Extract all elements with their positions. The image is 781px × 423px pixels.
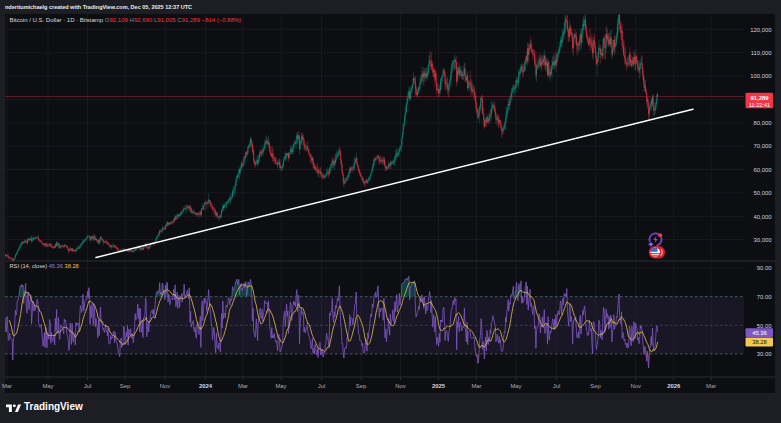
svg-text:11:22:41: 11:22:41: [749, 102, 770, 108]
svg-text:Bitcoin / U.S. Dollar · 1D · B: Bitcoin / U.S. Dollar · 1D · Bitstamp O9…: [10, 17, 242, 23]
svg-text:Jul: Jul: [318, 383, 326, 389]
svg-text:May: May: [275, 383, 286, 389]
svg-text:50,000: 50,000: [753, 190, 772, 196]
svg-text:50.00: 50.00: [757, 323, 772, 329]
svg-text:120,000: 120,000: [750, 27, 772, 33]
svg-text:2024: 2024: [199, 383, 213, 389]
svg-text:90.00: 90.00: [757, 265, 772, 271]
svg-text:2025: 2025: [432, 383, 446, 389]
svg-text:Sep: Sep: [120, 383, 131, 389]
svg-text:40,000: 40,000: [753, 214, 772, 220]
svg-text:45.36: 45.36: [752, 330, 767, 336]
svg-text:Nov: Nov: [160, 383, 171, 389]
svg-text:Jul: Jul: [553, 383, 561, 389]
svg-text:Jul: Jul: [84, 383, 92, 389]
svg-text:Sep: Sep: [356, 383, 367, 389]
svg-text:110,000: 110,000: [751, 50, 773, 56]
svg-text:RSI (14, close) 45.36 38.28: RSI (14, close) 45.36 38.28: [10, 263, 79, 269]
svg-text:Mar: Mar: [238, 383, 248, 389]
svg-text:Mar: Mar: [2, 383, 12, 389]
svg-text:38.28: 38.28: [752, 339, 767, 345]
svg-text:80,000: 80,000: [753, 120, 772, 126]
svg-text:70.00: 70.00: [757, 294, 772, 300]
svg-text:91,289: 91,289: [750, 95, 769, 101]
svg-text:Mar: Mar: [706, 383, 716, 389]
svg-text:70,000: 70,000: [753, 143, 772, 149]
svg-text:Nov: Nov: [395, 383, 406, 389]
svg-text:Sep: Sep: [590, 383, 601, 389]
svg-text:30,000: 30,000: [753, 237, 772, 243]
svg-text:Nov: Nov: [630, 383, 641, 389]
svg-text:May: May: [510, 383, 521, 389]
svg-text:Mar: Mar: [471, 383, 481, 389]
svg-text:May: May: [42, 383, 53, 389]
svg-text:2026: 2026: [667, 383, 681, 389]
svg-text:100,000: 100,000: [750, 73, 772, 79]
svg-text:60,000: 60,000: [753, 167, 772, 173]
svg-text:30.00: 30.00: [757, 351, 772, 357]
